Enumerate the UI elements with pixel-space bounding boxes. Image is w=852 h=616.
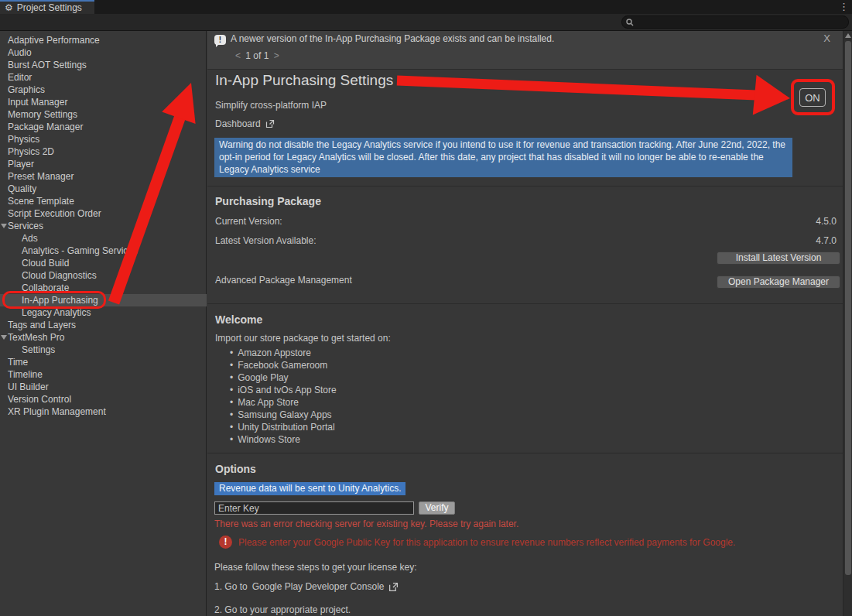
google-play-console-link[interactable]: Google Play Developer Console <box>252 581 385 592</box>
sidebar-item-time[interactable]: Time <box>0 356 207 368</box>
page-subtitle: Simplify cross-platform IAP <box>215 100 327 111</box>
sidebar-item-label: Memory Settings <box>8 108 77 121</box>
search-box[interactable] <box>621 15 849 29</box>
purchasing-package-heading: Purchasing Package <box>215 195 321 207</box>
external-link-icon <box>388 582 399 592</box>
legacy-analytics-warning: Warning do not disable the Legacy Analyt… <box>214 138 792 177</box>
sidebar-item-label: Version Control <box>8 393 71 406</box>
sidebar-item-timeline[interactable]: Timeline <box>0 368 207 381</box>
sidebar-item-label: Ads <box>22 232 38 245</box>
step-2: 2. Go to your appropriate project. <box>214 604 351 615</box>
sidebar-item-analytics-gaming-services[interactable]: Analytics - Gaming Services <box>0 245 207 257</box>
page-title: In-App Purchasing Settings <box>215 72 393 89</box>
sidebar-item-label: Quality <box>8 183 36 195</box>
scrollbar-thumb[interactable] <box>845 41 851 575</box>
sidebar-item-input-manager[interactable]: Input Manager <box>0 96 207 108</box>
store-list-item: Unity Distribution Portal <box>230 421 337 433</box>
pager-label: 1 of 1 <box>245 50 269 61</box>
tab-project-settings[interactable]: ⚙ Project Settings <box>0 0 94 14</box>
sidebar-item-quality[interactable]: Quality <box>0 183 207 195</box>
sidebar-item-label: Cloud Build <box>22 257 69 269</box>
sidebar-item-label: Services <box>8 220 43 232</box>
sidebar-item-tags-and-layers[interactable]: Tags and Layers <box>0 319 207 331</box>
section-divider <box>207 186 843 187</box>
sidebar-item-label: Time <box>8 356 28 368</box>
sidebar-item-label: Cloud Diagnostics <box>22 269 97 282</box>
options-heading: Options <box>215 463 256 475</box>
kebab-menu-icon[interactable]: ⋮ <box>839 1 849 12</box>
sidebar-item-audio[interactable]: Audio <box>0 46 207 59</box>
install-latest-version-button[interactable]: Install Latest Version <box>717 252 840 265</box>
sidebar-item-script-execution-order[interactable]: Script Execution Order <box>0 207 207 220</box>
sidebar-item-label: Scene Template <box>8 195 74 207</box>
current-version-value: 4.5.0 <box>816 216 837 227</box>
notification-text: A newer version of the In-App Purchasing… <box>231 33 554 44</box>
gear-icon: ⚙ <box>5 3 13 12</box>
sidebar-item-collaborate[interactable]: Collaborate <box>0 282 207 294</box>
sidebar-item-burst-aot-settings[interactable]: Burst AOT Settings <box>0 59 207 71</box>
search-input[interactable] <box>634 18 835 27</box>
scroll-up-icon[interactable] <box>845 33 851 38</box>
sidebar-item-player[interactable]: Player <box>0 158 207 170</box>
sidebar-item-adaptive-performance[interactable]: Adaptive Performance <box>0 34 207 46</box>
store-list-item: iOS and tvOs App Store <box>230 384 337 396</box>
key-error-text: There was an error checking server for e… <box>214 518 518 529</box>
notification-bubble-icon: ! <box>214 35 226 45</box>
sidebar-item-ui-builder[interactable]: UI Builder <box>0 381 207 393</box>
key-input[interactable] <box>214 501 414 515</box>
sidebar-item-memory-settings[interactable]: Memory Settings <box>0 108 207 121</box>
sidebar-item-label: In-App Purchasing <box>22 294 98 306</box>
sidebar-item-physics-2d[interactable]: Physics 2D <box>0 145 207 158</box>
store-list-item: Mac App Store <box>230 396 337 409</box>
section-divider <box>207 303 843 304</box>
sidebar-item-version-control[interactable]: Version Control <box>0 393 207 406</box>
verify-button[interactable]: Verify <box>419 501 455 515</box>
sidebar-item-label: Legacy Analytics <box>22 306 91 319</box>
store-list-item: Amazon Appstore <box>230 347 337 359</box>
advanced-package-management-label: Advanced Package Management <box>215 275 352 286</box>
sidebar-item-in-app-purchasing[interactable]: In-App Purchasing <box>0 294 207 306</box>
sidebar-item-ads[interactable]: Ads <box>0 232 207 245</box>
sidebar-item-label: Package Manager <box>8 121 83 133</box>
sidebar-item-legacy-analytics[interactable]: Legacy Analytics <box>0 306 207 319</box>
steps-intro: Please follow these steps to get your li… <box>214 562 416 573</box>
sidebar-item-label: Analytics - Gaming Services <box>22 245 138 257</box>
service-on-toggle[interactable]: ON <box>799 88 826 107</box>
chevron-down-icon[interactable] <box>1 335 7 340</box>
close-icon[interactable]: X <box>823 33 830 44</box>
sidebar-item-label: Input Manager <box>8 96 67 108</box>
sidebar-item-package-manager[interactable]: Package Manager <box>0 121 207 133</box>
section-divider <box>207 453 843 453</box>
search-icon <box>626 19 634 26</box>
step1-prefix: 1. Go to <box>214 581 248 592</box>
sidebar-item-label: Player <box>8 158 34 170</box>
chevron-down-icon[interactable] <box>1 224 7 228</box>
sidebar-item-physics[interactable]: Physics <box>0 133 207 145</box>
vertical-scrollbar[interactable] <box>843 31 852 616</box>
sidebar-item-cloud-build[interactable]: Cloud Build <box>0 257 207 269</box>
sidebar-item-label: TextMesh Pro <box>8 331 64 344</box>
sidebar-item-settings[interactable]: Settings <box>0 344 207 356</box>
sidebar-item-label: UI Builder <box>8 381 49 393</box>
sidebar-item-label: Physics 2D <box>8 145 54 158</box>
google-key-note: Please enter your Google Public Key for … <box>238 537 834 548</box>
sidebar-item-label: Graphics <box>8 84 45 96</box>
latest-version-label: Latest Version Available: <box>215 235 317 246</box>
step-1: 1. Go to Google Play Developer Console <box>214 581 399 592</box>
sidebar-item-editor[interactable]: Editor <box>0 71 207 84</box>
sidebar-item-xr-plugin-management[interactable]: XR Plugin Management <box>0 406 207 418</box>
sidebar-item-services[interactable]: Services <box>0 220 207 232</box>
sidebar-item-preset-manager[interactable]: Preset Manager <box>0 170 207 183</box>
open-package-manager-button[interactable]: Open Package Manager <box>717 275 840 289</box>
pager-prev-icon[interactable]: < <box>233 50 243 61</box>
sidebar-item-scene-template[interactable]: Scene Template <box>0 195 207 207</box>
sidebar-item-graphics[interactable]: Graphics <box>0 84 207 96</box>
sidebar-item-cloud-diagnostics[interactable]: Cloud Diagnostics <box>0 269 207 282</box>
sidebar-item-label: Editor <box>8 71 32 84</box>
pager-next-icon[interactable]: > <box>272 50 282 61</box>
sidebar-item-label: Adaptive Performance <box>8 34 100 46</box>
sidebar-item-textmesh-pro[interactable]: TextMesh Pro <box>0 331 207 344</box>
settings-sidebar: Adaptive PerformanceAudioBurst AOT Setti… <box>0 31 207 616</box>
dashboard-link[interactable]: Dashboard <box>215 118 275 129</box>
project-settings-window: ⚙ Project Settings ⋮ Adaptive Performanc… <box>0 0 852 616</box>
